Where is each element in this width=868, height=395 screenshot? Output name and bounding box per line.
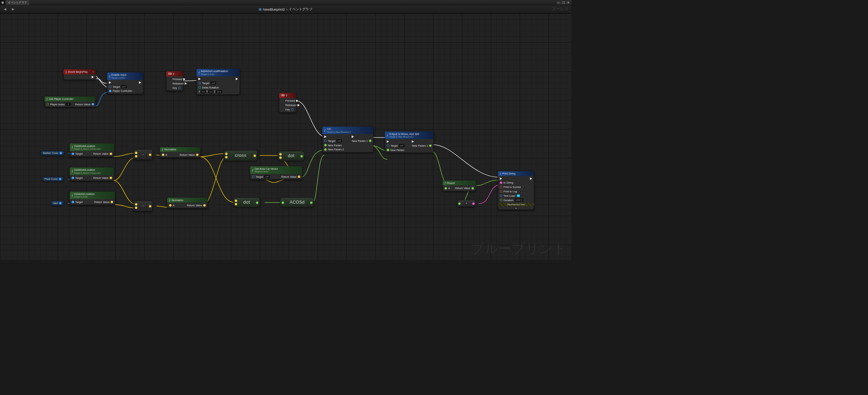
keyboard-icon: ⌨ xyxy=(168,72,172,75)
function-icon: ƒ xyxy=(72,170,73,173)
function-icon: ƒ xyxy=(72,194,73,197)
node-dot-2[interactable]: dot xyxy=(233,198,259,207)
color-swatch[interactable] xyxy=(517,194,520,197)
node-round[interactable]: ƒRound A Return Value xyxy=(443,181,476,191)
node-key-t[interactable]: ⌨T Pressed Released Key xyxy=(279,93,296,112)
exec-out-pin[interactable] xyxy=(139,81,141,84)
titlebar: ⛊ イベントグラフ — ▢ ✕ xyxy=(0,0,571,5)
function-icon: ƒ xyxy=(324,129,326,132)
node-event-beginplay[interactable]: ◇Event BeginPlay▯ xyxy=(64,69,96,80)
node-enable-input[interactable]: ƒEnable InputTarget is Actor Targetself … xyxy=(107,72,143,94)
node-get-player-controller[interactable]: ƒGet Player Controller Player Index0 Ret… xyxy=(45,97,96,107)
node-get-world-location-2[interactable]: ƒGetWorldLocationTarget is Scene Compone… xyxy=(70,168,114,181)
checkbox[interactable]: ✓ xyxy=(518,190,521,193)
node-subtract-2[interactable]: - xyxy=(133,201,153,211)
blueprint-icon: ▦ xyxy=(259,8,261,11)
node-get-world-location-1[interactable]: ƒGetWorldLocationTarget is Scene Compone… xyxy=(70,143,114,157)
collapse-icon[interactable]: ▲ xyxy=(498,206,534,210)
node-get-actor-up-vector[interactable]: ƒGet Actor Up VectorTarget is Actor Targ… xyxy=(250,166,302,180)
node-dot-1[interactable]: dot xyxy=(278,151,304,161)
var-marker-cone[interactable]: Marker Cone xyxy=(41,151,65,155)
node-acosd[interactable]: ACOSd xyxy=(280,198,314,207)
checkbox[interactable]: ✓ xyxy=(522,185,525,188)
breadcrumb-root[interactable]: NewBlueprint2 xyxy=(263,7,285,11)
node-normalize-2[interactable]: ƒNormalize A Return Value xyxy=(167,198,208,208)
graph-canvas[interactable]: ◇Event BeginPlay▯ ƒEnable InputTarget is… xyxy=(0,14,571,260)
function-icon: ƒ xyxy=(444,181,446,184)
node-normalize-1[interactable]: ƒNormalize A Return Value xyxy=(160,147,201,158)
tab-eventgraph[interactable]: イベントグラフ xyxy=(6,0,29,5)
node-convert[interactable]: • xyxy=(457,200,476,207)
function-icon: ƒ xyxy=(500,172,501,175)
node-print-string[interactable]: ƒPrint String In String Print to Screen✓… xyxy=(498,171,534,210)
breadcrumb-leaf[interactable]: イベントグラフ xyxy=(289,7,312,11)
exec-in-pin[interactable] xyxy=(109,81,111,84)
node-subtract-1[interactable]: - xyxy=(133,149,153,160)
dev-only-badge: Development Only xyxy=(498,203,534,206)
nav-back-icon[interactable]: ◄ xyxy=(2,7,8,12)
node-plus-or-minus[interactable]: ƒ+or-Target is New Blueprint 2 Targetsel… xyxy=(322,127,374,152)
toolbar: ◄ ► ▦ NewBlueprint2 › イベントグラフ ズーム -1 xyxy=(0,5,571,13)
maximize-button[interactable]: ▢ xyxy=(561,1,566,4)
close-button[interactable]: ✕ xyxy=(566,1,571,4)
node-if-minus-add-360[interactable]: ƒIf Input Is Minus, Add 360Target is New… xyxy=(385,131,433,153)
function-icon: ƒ xyxy=(387,134,388,137)
minimize-button[interactable]: — xyxy=(556,1,561,4)
var-hari[interactable]: Hari xyxy=(50,201,64,206)
function-icon: ƒ xyxy=(169,199,171,202)
var-pivot-cone[interactable]: Pivot Cone xyxy=(42,177,64,181)
function-icon: ƒ xyxy=(46,98,48,101)
zoom-label: ズーム -1 xyxy=(552,7,568,12)
breadcrumb[interactable]: ▦ NewBlueprint2 › イベントグラフ xyxy=(259,7,312,11)
exec-out-pin[interactable] xyxy=(92,76,94,78)
watermark: ブループリント xyxy=(471,240,566,257)
node-cross[interactable]: cross xyxy=(224,150,257,161)
diamond-icon: ◇ xyxy=(65,70,67,74)
function-icon: ƒ xyxy=(72,146,73,149)
function-icon: ƒ xyxy=(162,148,163,151)
node-key-f[interactable]: ⌨F Pressed Released Key xyxy=(166,71,183,91)
ue-logo-icon: ⛊ xyxy=(0,0,5,5)
function-icon: ƒ xyxy=(252,169,254,172)
function-icon: ƒ xyxy=(198,71,200,74)
keyboard-icon: ⌨ xyxy=(281,94,285,97)
nav-forward-icon[interactable]: ► xyxy=(10,7,16,12)
node-add-actor-local-rotation[interactable]: ƒAddActorLocalRotationTarget is Actor Ta… xyxy=(197,69,240,94)
function-icon: ƒ xyxy=(109,75,110,78)
node-get-actor-location[interactable]: ƒGetActorLocationTarget is Actor Target … xyxy=(70,192,115,205)
